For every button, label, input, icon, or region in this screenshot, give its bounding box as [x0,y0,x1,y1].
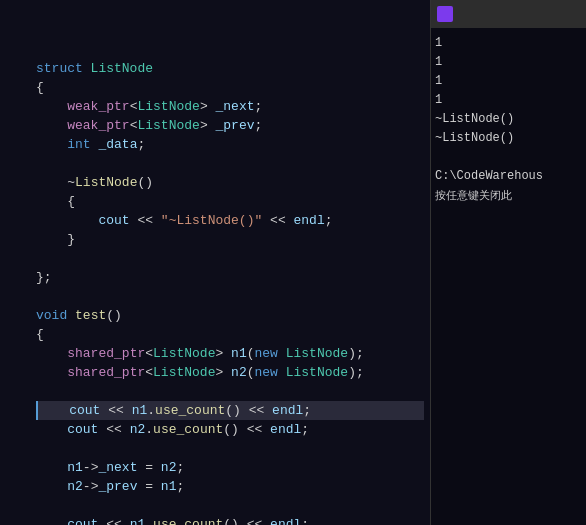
code-line [36,496,424,515]
code-line: cout << n1.use_count() << endl; [36,515,424,525]
code-line: { [36,192,424,211]
code-line: ~ListNode() [36,173,424,192]
terminal-output-line [435,148,582,167]
code-line: cout << n2.use_count() << endl; [36,420,424,439]
terminal-output-line: 1 [435,34,582,53]
code-line: shared_ptr<ListNode> n2(new ListNode); [36,363,424,382]
terminal-output-line: 1 [435,72,582,91]
editor-container: struct ListNode{ weak_ptr<ListNode> _nex… [0,0,586,525]
code-line [36,154,424,173]
terminal-body: 1111~ListNode()~ListNode() C:\CodeWareho… [431,28,586,210]
code-content: struct ListNode{ weak_ptr<ListNode> _nex… [30,0,430,525]
code-line: n1->_next = n2; [36,458,424,477]
terminal-output-line: 按任意键关闭此 [435,186,582,204]
code-line [36,439,424,458]
code-editor[interactable]: struct ListNode{ weak_ptr<ListNode> _nex… [0,0,430,525]
code-line: cout << n1.use_count() << endl; [36,401,424,420]
code-line: } [36,230,424,249]
terminal-icon [437,6,453,22]
code-line: weak_ptr<ListNode> _prev; [36,116,424,135]
terminal-header [431,0,586,28]
code-line [36,249,424,268]
code-line: cout << "~ListNode()" << endl; [36,211,424,230]
terminal-output-line: 1 [435,53,582,72]
terminal-output-line: 1 [435,91,582,110]
code-line: { [36,78,424,97]
code-line: n2->_prev = n1; [36,477,424,496]
code-line [36,287,424,306]
code-line: shared_ptr<ListNode> n1(new ListNode); [36,344,424,363]
code-line: }; [36,268,424,287]
code-line: int _data; [36,135,424,154]
code-line [36,382,424,401]
code-line: { [36,325,424,344]
terminal-output-line: ~ListNode() [435,129,582,148]
code-line: void test() [36,306,424,325]
terminal-output-line: ~ListNode() [435,110,582,129]
code-line: struct ListNode [36,59,424,78]
terminal-output-line: C:\CodeWarehous [435,167,582,186]
code-line: weak_ptr<ListNode> _next; [36,97,424,116]
terminal-panel: 1111~ListNode()~ListNode() C:\CodeWareho… [430,0,586,525]
